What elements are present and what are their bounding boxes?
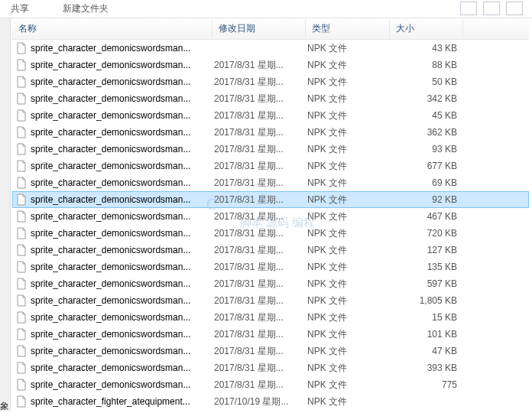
file-name-cell: sprite_character_demonicswordsman... (31, 127, 214, 138)
file-name-cell: sprite_character_demonicswordsman... (31, 93, 214, 104)
share-button[interactable]: 共享 (6, 1, 34, 17)
table-row[interactable]: sprite_character_demonicswordsman...2017… (12, 309, 529, 326)
file-name-cell: sprite_character_demonicswordsman... (31, 161, 214, 171)
file-date-cell: 2017/8/31 星期... (214, 109, 307, 122)
toolbar: 共享 新建文件夹 (0, 0, 532, 18)
file-icon (15, 395, 28, 408)
column-header-size[interactable]: 大小 (390, 19, 463, 38)
columns-header: 名称 修改日期 类型 大小 (12, 18, 529, 40)
file-name-cell: sprite_character_demonicswordsman... (31, 363, 214, 373)
file-size-cell: 50 KB (391, 76, 457, 87)
file-type-cell: NPK 文件 (307, 227, 391, 240)
file-date-cell: 2017/8/31 星期... (214, 328, 307, 341)
table-row[interactable]: sprite_character_demonicswordsman...NPK … (12, 40, 529, 57)
file-name-cell: sprite_character_demonicswordsman... (31, 329, 214, 340)
file-type-cell: NPK 文件 (307, 311, 391, 324)
table-row[interactable]: sprite_character_demonicswordsman...2017… (12, 73, 529, 90)
file-type-cell: NPK 文件 (307, 395, 391, 408)
table-row[interactable]: sprite_character_demonicswordsman...2017… (12, 174, 529, 191)
file-name-cell: sprite_character_demonicswordsman... (31, 228, 214, 239)
table-row[interactable]: sprite_character_demonicswordsman...2017… (12, 208, 529, 225)
file-date-cell: 2017/8/31 星期... (214, 362, 307, 375)
file-size-cell: 69 KB (391, 177, 457, 188)
file-size-cell: 467 KB (391, 211, 457, 222)
file-size-cell: 101 KB (391, 329, 457, 340)
file-name-cell: sprite_character_demonicswordsman... (31, 262, 214, 272)
file-size-cell: 597 KB (391, 278, 457, 289)
file-icon (15, 244, 28, 256)
file-icon (15, 160, 28, 172)
file-date-cell: 2017/8/31 星期... (214, 76, 307, 89)
table-row[interactable]: sprite_character_demonicswordsman...2017… (12, 275, 529, 292)
column-header-name[interactable]: 名称 (12, 19, 212, 38)
table-row[interactable]: sprite_character_demonicswordsman...2017… (12, 141, 529, 158)
file-date-cell: 2017/8/31 星期... (214, 93, 307, 106)
file-date-cell: 2017/8/31 星期... (214, 311, 307, 324)
help-icon[interactable] (506, 2, 523, 15)
file-type-cell: NPK 文件 (307, 379, 391, 392)
table-row[interactable]: sprite_character_demonicswordsman...2017… (12, 90, 529, 107)
file-size-cell: 677 KB (391, 161, 457, 171)
file-type-cell: NPK 文件 (307, 294, 391, 307)
file-name-cell: sprite_character_demonicswordsman... (31, 295, 214, 306)
column-header-type[interactable]: 类型 (306, 19, 390, 38)
file-icon (15, 311, 28, 324)
file-icon (15, 143, 28, 155)
view-options (460, 2, 523, 15)
new-folder-button[interactable]: 新建文件夹 (58, 1, 113, 17)
file-size-cell: 393 KB (391, 363, 457, 373)
file-icon (15, 328, 28, 340)
file-size-cell: 1,805 KB (391, 295, 457, 306)
file-name-cell: sprite_character_demonicswordsman... (31, 144, 214, 154)
file-type-cell: NPK 文件 (307, 42, 391, 55)
file-size-cell: 15 KB (391, 312, 457, 323)
table-row[interactable]: sprite_character_fighter_atequipment...2… (12, 393, 529, 410)
file-type-cell: NPK 文件 (307, 328, 391, 341)
table-row[interactable]: sprite_character_demonicswordsman...2017… (12, 292, 529, 309)
file-date-cell: 2017/8/31 星期... (214, 244, 307, 257)
file-date-cell: 2017/8/31 星期... (214, 379, 307, 392)
file-name-cell: sprite_character_demonicswordsman... (31, 346, 214, 356)
file-type-cell: NPK 文件 (307, 59, 391, 72)
table-row[interactable]: sprite_character_demonicswordsman...2017… (12, 225, 529, 242)
file-date-cell: 2017/8/31 星期... (214, 126, 307, 139)
file-icon (15, 210, 28, 223)
table-row[interactable]: sprite_character_demonicswordsman...2017… (12, 107, 529, 124)
file-size-cell: 720 KB (391, 228, 457, 239)
table-row[interactable]: sprite_character_demonicswordsman...2017… (12, 359, 529, 376)
file-date-cell: 2017/8/31 星期... (214, 294, 307, 307)
view-mode-icon[interactable] (460, 2, 477, 15)
file-type-cell: NPK 文件 (307, 193, 391, 206)
table-row[interactable]: sprite_character_demonicswordsman...2017… (12, 242, 529, 259)
file-name-cell: sprite_character_demonicswordsman... (31, 278, 214, 289)
file-name-cell: sprite_character_demonicswordsman... (31, 43, 214, 54)
file-type-cell: NPK 文件 (307, 244, 391, 257)
file-date-cell: 2017/8/31 星期... (214, 177, 307, 190)
table-row[interactable]: sprite_character_demonicswordsman...2017… (12, 124, 529, 141)
table-row[interactable]: sprite_character_demonicswordsman...2017… (12, 158, 529, 174)
table-row[interactable]: sprite_character_demonicswordsman...2017… (12, 57, 529, 73)
file-name-cell: sprite_character_fighter_atequipment... (31, 396, 214, 407)
file-name-cell: sprite_character_demonicswordsman... (31, 312, 214, 323)
nav-scrollbar[interactable] (0, 18, 11, 410)
file-date-cell: 2017/8/31 星期... (214, 143, 307, 156)
file-type-cell: NPK 文件 (307, 210, 391, 223)
file-name-cell: sprite_character_demonicswordsman... (31, 177, 214, 188)
file-size-cell: 43 KB (391, 43, 457, 54)
table-row[interactable]: sprite_character_demonicswordsman...2017… (12, 376, 529, 393)
file-name-cell: sprite_character_demonicswordsman... (31, 379, 214, 390)
file-icon (15, 379, 28, 391)
table-row[interactable]: sprite_character_demonicswordsman...2017… (12, 326, 529, 343)
file-size-cell: 342 KB (391, 93, 457, 104)
file-list[interactable]: sprite_character_demonicswordsman...NPK … (12, 40, 529, 410)
file-icon (15, 227, 28, 239)
preview-pane-icon[interactable] (483, 2, 500, 15)
table-row[interactable]: sprite_character_demonicswordsman...2017… (12, 259, 529, 275)
table-row[interactable]: sprite_character_demonicswordsman...2017… (12, 191, 529, 208)
table-row[interactable]: sprite_character_demonicswordsman...2017… (12, 343, 529, 359)
column-header-date[interactable]: 修改日期 (212, 19, 306, 38)
file-size-cell: 88 KB (391, 60, 457, 70)
file-type-cell: NPK 文件 (307, 126, 391, 139)
file-icon (15, 278, 28, 290)
file-icon (15, 109, 28, 122)
